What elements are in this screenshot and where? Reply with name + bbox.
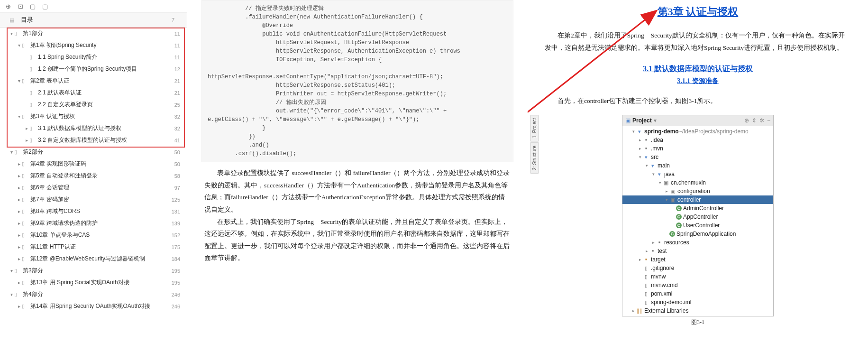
tree-row[interactable]: ▾▣controller: [622, 195, 773, 204]
expand-icon[interactable]: ▸: [16, 280, 22, 285]
toc-item-label: 第2部分: [23, 148, 43, 156]
tree-row[interactable]: ▸▪resources: [622, 238, 773, 247]
tree-row[interactable]: ▸▪test: [622, 247, 773, 255]
toc-item[interactable]: ▸▯第14章 用Spring Security OAuth实现OAuth对接24…: [0, 300, 187, 312]
tree-expand-icon[interactable]: ▾: [658, 178, 663, 187]
tree-expand-icon[interactable]: ▾: [651, 170, 656, 178]
toc-item[interactable]: ▸▯第8章 跨域与CORS131: [0, 205, 187, 217]
tree-expand-icon[interactable]: ▸: [631, 306, 636, 315]
tree-row[interactable]: CUserController: [622, 221, 773, 230]
expand-icon[interactable]: ▾: [9, 31, 14, 36]
toolbar-btn-4[interactable]: ▢: [41, 2, 49, 10]
tree-row[interactable]: ▾▾src: [622, 153, 773, 161]
expand-icon[interactable]: ▸: [16, 185, 22, 190]
tree-row[interactable]: ▯spring-demo.iml: [622, 298, 773, 306]
expand-icon[interactable]: ▾: [16, 43, 22, 48]
tab-structure[interactable]: 2: Structure: [530, 142, 539, 174]
expand-icon[interactable]: ▸: [16, 161, 22, 167]
toc-item-label: 第2章 表单认证: [30, 77, 69, 85]
tree-expand-icon[interactable]: ▸: [638, 136, 643, 144]
expand-icon[interactable]: ▾: [9, 292, 14, 297]
paragraph-2: 在形式上，我们确实使用了Spring Security的表单认证功能，并且自定义…: [204, 216, 511, 265]
tree-expand-icon[interactable]: ▸: [638, 144, 643, 153]
tree-row[interactable]: CAdminController: [622, 204, 773, 213]
tree-expand-icon[interactable]: ▸: [664, 187, 669, 195]
hide-icon[interactable]: −: [767, 117, 770, 124]
tree-row[interactable]: ▸▣configuration: [622, 187, 773, 195]
crosshair-icon[interactable]: ⊕: [744, 117, 749, 124]
tree-label-extra: ~/IdeaProjects/spring-demo: [679, 127, 749, 136]
page-icon: ▯: [14, 268, 21, 274]
toc-item[interactable]: ▾▯第3部分195: [0, 265, 187, 277]
tree-row[interactable]: ▯mvnw: [622, 272, 773, 281]
toc-item[interactable]: ▸▯第11章 HTTP认证175: [0, 241, 187, 253]
tree-row[interactable]: ▸∥∥External Libraries: [622, 306, 773, 315]
tree-row[interactable]: ▸▪.mvn: [622, 144, 773, 153]
toolbar-btn-2[interactable]: ⊡: [16, 2, 25, 10]
expand-icon[interactable]: ▾: [9, 268, 14, 273]
tree-expand-icon[interactable]: ▾: [664, 195, 669, 204]
tree-row[interactable]: ▯pom.xml: [622, 289, 773, 298]
page-icon: ▯: [22, 256, 28, 262]
collapse-icon[interactable]: ⇕: [752, 117, 757, 124]
expand-icon[interactable]: ▸: [24, 138, 29, 143]
toc-item[interactable]: ▾▯第2章 表单认证21: [0, 75, 187, 87]
toc-item[interactable]: ▯1.1 Spring Security简介11: [0, 51, 187, 63]
expand-icon[interactable]: ▾: [9, 149, 14, 155]
tree-expand-icon[interactable]: ▾: [638, 153, 643, 161]
subsection-title[interactable]: 3.1.1 资源准备: [542, 77, 854, 85]
tree-row[interactable]: ▾▾java: [622, 170, 773, 178]
expand-icon[interactable]: ▸: [16, 173, 22, 178]
tree-row[interactable]: ▸▪target: [622, 255, 773, 264]
section-title[interactable]: 3.1 默认数据库模型的认证与授权: [542, 64, 854, 74]
tree-row[interactable]: CAppController: [622, 213, 773, 221]
toc-item[interactable]: ▸▯第5章 自动登录和注销登录58: [0, 170, 187, 182]
expand-icon[interactable]: ▸: [16, 256, 22, 261]
toc-item[interactable]: ▾▯第3章 认证与授权32: [0, 111, 187, 122]
expand-icon[interactable]: ▸: [16, 209, 22, 214]
toc-item[interactable]: ▸▯3.2 自定义数据库模型的认证与授权41: [0, 134, 187, 146]
dropdown-icon[interactable]: ▾: [654, 117, 657, 124]
toc-item[interactable]: ▸▯第7章 密码加密125: [0, 194, 187, 205]
toc-item[interactable]: ▸▯第12章 @EnableWebSecurity与过滤器链机制184: [0, 253, 187, 265]
toc-item[interactable]: ▾▯第2部分50: [0, 146, 187, 158]
tree-row[interactable]: ▯.gitignore: [622, 264, 773, 272]
expand-icon[interactable]: ▾: [16, 78, 22, 84]
toc-item[interactable]: ▾▯第1部分11: [0, 28, 187, 39]
expand-icon[interactable]: ▸: [16, 232, 22, 238]
toc-item[interactable]: ▸▯第6章 会话管理97: [0, 182, 187, 194]
gear-icon[interactable]: ✲: [759, 117, 764, 124]
tree-expand-icon[interactable]: ▸: [651, 238, 656, 247]
toolbar-btn-3[interactable]: ▢: [28, 2, 37, 10]
tree-row[interactable]: ▾▣cn.chenmuxin: [622, 178, 773, 187]
tree-expand-icon[interactable]: ▸: [638, 255, 643, 264]
expand-icon[interactable]: ▸: [16, 244, 22, 250]
expand-icon[interactable]: ▾: [16, 114, 22, 119]
toc-item[interactable]: ▯2.2 自定义表单登录页25: [0, 99, 187, 111]
tree-row[interactable]: ▯mvnw.cmd: [622, 281, 773, 289]
expand-icon[interactable]: ▸: [24, 126, 29, 131]
expand-icon[interactable]: ▸: [16, 221, 22, 226]
tree-row[interactable]: ▸▪.idea: [622, 136, 773, 144]
toc-item[interactable]: ▸▯第9章 跨域请求伪造的防护139: [0, 217, 187, 229]
toc-header[interactable]: ▤ 目录 7: [0, 13, 187, 28]
chapter-title[interactable]: 第3章 认证与授权: [542, 5, 854, 19]
toc-item[interactable]: ▸▯3.1 默认数据库模型的认证与授权32: [0, 122, 187, 134]
toc-item[interactable]: ▯1.2 创建一个简单的Spring Security项目12: [0, 63, 187, 75]
toc-item[interactable]: ▾▯第1章 初识Spring Security11: [0, 39, 187, 51]
tree-row[interactable]: ▾▾spring-demo ~/IdeaProjects/spring-demo: [622, 127, 773, 136]
expand-icon[interactable]: ▸: [16, 304, 22, 309]
tree-expand-icon[interactable]: ▾: [644, 161, 649, 170]
toc-item[interactable]: ▸▯第4章 实现图形验证码50: [0, 158, 187, 170]
expand-icon[interactable]: ▸: [16, 197, 22, 202]
tree-expand-icon[interactable]: ▸: [644, 247, 649, 255]
tree-row[interactable]: ▾▾main: [622, 161, 773, 170]
toc-item[interactable]: ▸▯第10章 单点登录与CAS152: [0, 229, 187, 241]
toolbar-btn-1[interactable]: ⊕: [4, 2, 12, 10]
tree-expand-icon[interactable]: ▾: [631, 127, 636, 136]
tree-row[interactable]: CSpringDemoApplication: [622, 230, 773, 238]
toc-item[interactable]: ▾▯第4部分246: [0, 288, 187, 300]
toc-item[interactable]: ▸▯第13章 用 Spring Social实现OAuth对接195: [0, 277, 187, 288]
tab-project[interactable]: 1: Project: [530, 115, 539, 141]
toc-item[interactable]: ▯2.1 默认表单认证21: [0, 87, 187, 99]
